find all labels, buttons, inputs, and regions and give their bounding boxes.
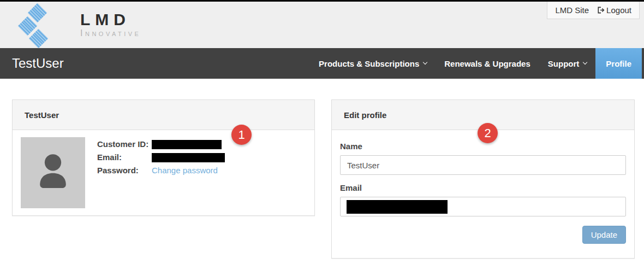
header-links-box: LMD Site Logout	[547, 2, 640, 19]
logout-icon	[597, 6, 605, 14]
chevron-down-icon	[583, 60, 587, 64]
email-label: Email:	[97, 152, 152, 162]
chevron-down-icon	[423, 60, 427, 64]
navbar-username: TestUser	[0, 56, 64, 71]
logout-link-label: Logout	[606, 5, 631, 15]
customer-id-row: Customer ID:	[97, 139, 225, 149]
email-field-label: Email	[340, 183, 626, 192]
email-redacted-value	[152, 153, 225, 162]
logo-subtitle: Innovative	[80, 28, 141, 38]
annotation-badge-1: 1	[231, 125, 252, 145]
nav-item-products-subscriptions[interactable]: Products & Subscriptions	[310, 48, 436, 79]
page-content: TestUser Customer ID: Email: Password	[0, 79, 644, 264]
profile-summary-panel-title: TestUser	[13, 100, 314, 130]
email-input-redacted-value	[347, 200, 448, 214]
nav-item-support[interactable]: Support	[539, 48, 596, 79]
customer-id-label: Customer ID:	[97, 139, 152, 149]
person-icon	[33, 150, 73, 195]
email-row: Email:	[97, 152, 225, 162]
logo-title: LMD	[80, 10, 141, 28]
nav-item-label: Products & Subscriptions	[319, 59, 419, 68]
change-password-link[interactable]: Change password	[152, 166, 218, 175]
edit-profile-form: Name Email Update	[332, 130, 634, 258]
lmd-logo[interactable]: LMD Innovative	[20, 4, 141, 47]
update-button[interactable]: Update	[582, 226, 626, 244]
nav-item-renewals-upgrades[interactable]: Renewals & Upgrades	[436, 48, 539, 79]
nav-item-profile[interactable]: Profile	[595, 48, 642, 79]
main-navbar: TestUser Products & Subscriptions Renewa…	[0, 48, 644, 79]
logout-link[interactable]: Logout	[597, 5, 631, 15]
password-row: Password: Change password	[97, 166, 225, 175]
nav-menu: Products & Subscriptions Renewals & Upgr…	[310, 48, 642, 79]
nav-item-label: Profile	[606, 59, 631, 68]
lmd-site-link[interactable]: LMD Site	[555, 5, 589, 15]
customer-id-redacted-value	[152, 140, 222, 149]
diamond-bottom-icon	[29, 29, 48, 48]
profile-summary-panel: TestUser Customer ID: Email: Password	[12, 99, 315, 216]
lmd-site-link-label: LMD Site	[555, 5, 589, 15]
profile-info-list: Customer ID: Email: Password: Change pas…	[97, 139, 225, 178]
nav-item-label: Renewals & Upgrades	[444, 59, 530, 68]
avatar	[21, 137, 85, 208]
lmd-logo-diamonds-icon	[20, 4, 63, 47]
logo-text: LMD Innovative	[80, 10, 141, 38]
password-label: Password:	[97, 166, 152, 175]
name-field-label: Name	[340, 142, 626, 151]
site-header: LMD Innovative LMD Site Logout	[0, 2, 644, 48]
profile-summary-panel-body: Customer ID: Email: Password: Change pas…	[13, 130, 314, 216]
name-input[interactable]	[340, 155, 626, 175]
nav-item-label: Support	[548, 59, 580, 68]
annotation-badge-2: 2	[478, 123, 498, 143]
